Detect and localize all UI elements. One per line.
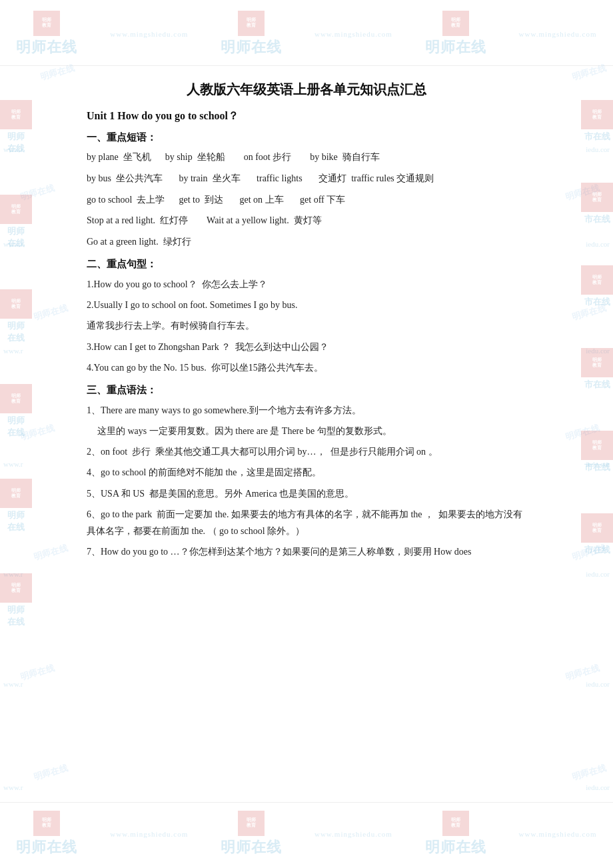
section1-heading: 一、重点短语： — [87, 131, 526, 144]
diag-wm-11: 明师在线 — [19, 663, 56, 683]
page-title: 人教版六年级英语上册各单元知识点汇总 — [87, 81, 526, 99]
vocab-line-5: Go at a green light. 绿灯行 — [87, 234, 526, 250]
diag-wm-12: 明师在线 — [564, 663, 601, 683]
diag-wm-13: 明师在线 — [33, 763, 69, 783]
diag-wm-14: 明师在线 — [571, 763, 608, 783]
grammar-1-note: 这里的 ways 一定要用复数。因为 there are 是 There be … — [87, 423, 526, 439]
sentence-2-cn: 通常我步行去上学。有时候骑自行车去。 — [87, 317, 526, 334]
mid-url-14: iedu.cor — [586, 783, 613, 791]
bot-brand-3: 明师在线 — [425, 837, 486, 857]
vocab-line-1: by plane 坐飞机 by ship 坐轮船 on foot 步行 by b… — [87, 149, 526, 165]
main-content: 人教版六年级英语上册各单元知识点汇总 Unit 1 How do you go … — [0, 66, 613, 617]
grammar-2: 2、on foot 步行 乘坐其他交通工具大都可以用介词 by…， 但是步行只能… — [87, 443, 526, 460]
vocab-line-4: Stop at a red light. 红灯停 Wait at a yello… — [87, 213, 526, 229]
wm-url-3: www.mingshiedu.com — [519, 30, 597, 38]
wm-url-1: www.mingshiedu.com — [110, 30, 188, 38]
section3-heading: 三、重点语法： — [87, 384, 526, 397]
bot-url-1: www.mingshiedu.com — [99, 825, 199, 843]
mid-url-11: www.r — [0, 680, 23, 688]
grammar-7: 7、How do you go to …？你怎样到达某个地方？如果要问的是第三人… — [87, 543, 526, 560]
bot-url-text-1: www.mingshiedu.com — [110, 830, 188, 838]
wm-brand-3: 明师在线 — [425, 37, 486, 57]
grammar-6: 6、go to the park 前面一定要加 the. 如果要去的地方有具体的… — [87, 506, 526, 539]
wm-logo-1: 明师教育 — [33, 11, 60, 36]
bot-logo-3: 明师教育 — [442, 811, 469, 836]
top-url-3: www.mingshiedu.com — [508, 25, 608, 43]
top-wm-2: 明师教育 明师在线 — [210, 5, 293, 63]
wm-url-2: www.mingshiedu.com — [314, 30, 392, 38]
bot-wm-1: 明师教育 明师在线 — [5, 805, 88, 863]
top-url-1: www.mingshiedu.com — [99, 25, 199, 43]
mid-url-13: www.r — [0, 783, 23, 791]
top-wm-3: 明师教育 明师在线 — [414, 5, 497, 63]
grammar-5: 5、USA 和 US 都是美国的意思。另外 America 也是美国的意思。 — [87, 485, 526, 502]
bot-url-text-3: www.mingshiedu.com — [519, 830, 597, 838]
sentence-3: 3.How can I get to Zhongshan Park ？ 我怎么到… — [87, 339, 526, 355]
bot-url-3: www.mingshiedu.com — [508, 825, 608, 843]
bot-wm-3: 明师教育 明师在线 — [414, 805, 497, 863]
wm-brand-2: 明师在线 — [221, 37, 282, 57]
bot-brand-1: 明师在线 — [16, 837, 77, 857]
vocab-line-2: by bus 坐公共汽车 by train 坐火车 traffic lights… — [87, 171, 526, 187]
mid-url-12: iedu.cor — [586, 680, 613, 688]
grammar-4: 4、go to school 的前面绝对不能加 the，这里是固定搭配。 — [87, 464, 526, 481]
top-watermark-bar: 明师教育 明师在线 www.mingshiedu.com 明师教育 明师在线 w… — [0, 0, 613, 66]
bot-wm-2: 明师教育 明师在线 — [210, 805, 293, 863]
grammar-1: 1、There are many ways to go somewhere.到一… — [87, 402, 526, 419]
unit1-title: Unit 1 How do you go to school？ — [87, 109, 526, 123]
section2-heading: 二、重点句型： — [87, 258, 526, 271]
bot-url-text-2: www.mingshiedu.com — [314, 830, 392, 838]
bottom-watermark-bar: 明师教育 明师在线 www.mingshiedu.com 明师教育 明师在线 w… — [0, 802, 613, 868]
wm-logo-2: 明师教育 — [238, 11, 265, 36]
bot-url-2: www.mingshiedu.com — [304, 825, 403, 843]
wm-logo-3: 明师教育 — [442, 11, 469, 36]
bot-brand-2: 明师在线 — [221, 837, 282, 857]
sentence-1: 1.How do you go to school？ 你怎么去上学？ — [87, 276, 526, 293]
bot-logo-2: 明师教育 — [238, 811, 265, 836]
sentence-4: 4.You can go by the No. 15 bus. 你可以坐15路公… — [87, 359, 526, 376]
vocab-line-3: go to school 去上学 get to 到达 get on 上车 get… — [87, 192, 526, 208]
bot-logo-1: 明师教育 — [33, 811, 60, 836]
wm-brand-1: 明师在线 — [16, 37, 77, 57]
top-url-2: www.mingshiedu.com — [304, 25, 403, 43]
top-wm-1: 明师教育 明师在线 — [5, 5, 88, 63]
sentence-2: 2.Usually I go to school on foot. Someti… — [87, 297, 526, 313]
